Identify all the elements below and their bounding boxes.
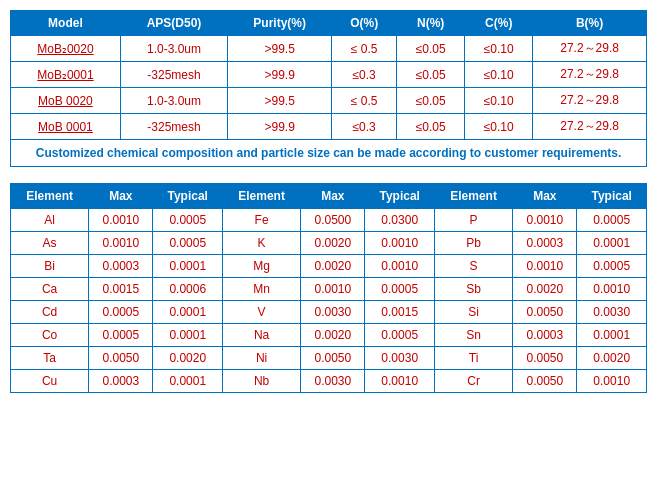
table-row: MoB₂00201.0-3.0um>99.5≤ 0.5≤0.05≤0.1027.… [11, 36, 647, 62]
table-cell: 0.0030 [365, 347, 435, 370]
table-cell: ≤0.3 [332, 114, 397, 140]
bottom-table-header: ElementMaxTypicalElementMaxTypicalElemen… [11, 184, 647, 209]
table-cell: Cu [11, 370, 89, 393]
table-cell: ≤ 0.5 [332, 36, 397, 62]
table-cell: Cr [434, 370, 512, 393]
table-cell: 0.0010 [89, 232, 153, 255]
table-cell: Si [434, 301, 512, 324]
table-cell: Bi [11, 255, 89, 278]
table-cell: Ta [11, 347, 89, 370]
table-cell: ≤0.10 [465, 62, 533, 88]
top-table-col-header: C(%) [465, 11, 533, 36]
table-cell: ≤ 0.5 [332, 88, 397, 114]
table-cell: 0.0003 [89, 255, 153, 278]
table-cell: 0.0050 [513, 301, 577, 324]
table-cell: 1.0-3.0um [120, 88, 227, 114]
table-cell: 0.0005 [365, 324, 435, 347]
top-table-col-header: B(%) [533, 11, 647, 36]
table-cell: 0.0001 [577, 232, 647, 255]
table-cell: Ti [434, 347, 512, 370]
top-table-col-header: Model [11, 11, 121, 36]
table-cell: 0.0020 [577, 347, 647, 370]
table-cell: 0.0050 [513, 370, 577, 393]
table-cell: 0.0010 [513, 255, 577, 278]
table-cell: 27.2～29.8 [533, 114, 647, 140]
table-row: Bi0.00030.0001Mg0.00200.0010S0.00100.000… [11, 255, 647, 278]
table-row: As0.00100.0005K0.00200.0010Pb0.00030.000… [11, 232, 647, 255]
table-cell: 0.0005 [577, 209, 647, 232]
table-cell: Na [222, 324, 300, 347]
table-cell: -325mesh [120, 114, 227, 140]
table-cell: As [11, 232, 89, 255]
table-cell: 0.0030 [301, 370, 365, 393]
table-cell: 27.2～29.8 [533, 62, 647, 88]
table-cell: 0.0015 [365, 301, 435, 324]
table-cell: 27.2～29.8 [533, 36, 647, 62]
table-row: Al0.00100.0005Fe0.05000.0300P0.00100.000… [11, 209, 647, 232]
table-cell: 0.0020 [301, 324, 365, 347]
table-cell: 0.0010 [513, 209, 577, 232]
table-cell: 0.0500 [301, 209, 365, 232]
table-cell: ≤0.05 [397, 62, 465, 88]
bottom-table-col-header: Element [11, 184, 89, 209]
table-cell: 0.0003 [89, 370, 153, 393]
table-row: Cd0.00050.0001V0.00300.0015Si0.00500.003… [11, 301, 647, 324]
bottom-table-col-header: Max [301, 184, 365, 209]
table-cell: 0.0005 [153, 232, 223, 255]
bottom-table-col-header: Typical [365, 184, 435, 209]
table-cell: 0.0010 [577, 278, 647, 301]
table-cell: 0.0005 [89, 301, 153, 324]
table-cell: 0.0003 [513, 232, 577, 255]
table-cell: MoB 0020 [11, 88, 121, 114]
bottom-table-body: Al0.00100.0005Fe0.05000.0300P0.00100.000… [11, 209, 647, 393]
table-cell: 0.0010 [365, 255, 435, 278]
table-cell: 0.0020 [301, 232, 365, 255]
table-cell: Mn [222, 278, 300, 301]
top-table: ModelAPS(D50)Purity(%)O(%)N(%)C(%)B(%) M… [10, 10, 647, 167]
table-cell: 0.0010 [577, 370, 647, 393]
table-cell: 0.0030 [577, 301, 647, 324]
table-cell: Cd [11, 301, 89, 324]
table-cell: 0.0001 [153, 301, 223, 324]
note-cell: Customized chemical composition and part… [11, 140, 647, 167]
table-cell: 0.0020 [301, 255, 365, 278]
table-cell: 0.0020 [153, 347, 223, 370]
top-table-col-header: N(%) [397, 11, 465, 36]
table-cell: MoB 0001 [11, 114, 121, 140]
table-cell: 0.0010 [301, 278, 365, 301]
table-row: Cu0.00030.0001Nb0.00300.0010Cr0.00500.00… [11, 370, 647, 393]
table-cell: >99.5 [228, 88, 332, 114]
table-cell: 0.0050 [513, 347, 577, 370]
table-cell: P [434, 209, 512, 232]
table-cell: >99.9 [228, 114, 332, 140]
bottom-table-col-header: Max [89, 184, 153, 209]
table-cell: >99.9 [228, 62, 332, 88]
table-cell: ≤0.3 [332, 62, 397, 88]
bottom-table: ElementMaxTypicalElementMaxTypicalElemen… [10, 183, 647, 393]
table-cell: MoB₂0020 [11, 36, 121, 62]
table-cell: Sb [434, 278, 512, 301]
table-row: Co0.00050.0001Na0.00200.0005Sn0.00030.00… [11, 324, 647, 347]
table-cell: S [434, 255, 512, 278]
top-table-col-header: O(%) [332, 11, 397, 36]
table-cell: 27.2～29.8 [533, 88, 647, 114]
table-row: MoB 0001-325mesh>99.9≤0.3≤0.05≤0.1027.2～… [11, 114, 647, 140]
table-cell: ≤0.10 [465, 36, 533, 62]
top-table-col-header: APS(D50) [120, 11, 227, 36]
top-table-col-header: Purity(%) [228, 11, 332, 36]
table-cell: 0.0005 [365, 278, 435, 301]
table-cell: 0.0030 [301, 301, 365, 324]
table-cell: 0.0050 [301, 347, 365, 370]
table-cell: -325mesh [120, 62, 227, 88]
table-cell: 0.0001 [153, 255, 223, 278]
table-cell: Nb [222, 370, 300, 393]
bottom-table-col-header: Element [434, 184, 512, 209]
top-table-header: ModelAPS(D50)Purity(%)O(%)N(%)C(%)B(%) [11, 11, 647, 36]
table-cell: 0.0020 [513, 278, 577, 301]
table-cell: V [222, 301, 300, 324]
bottom-table-col-header: Typical [153, 184, 223, 209]
table-cell: ≤0.10 [465, 114, 533, 140]
table-cell: ≤0.05 [397, 114, 465, 140]
table-cell: 0.0015 [89, 278, 153, 301]
table-cell: 0.0005 [153, 209, 223, 232]
